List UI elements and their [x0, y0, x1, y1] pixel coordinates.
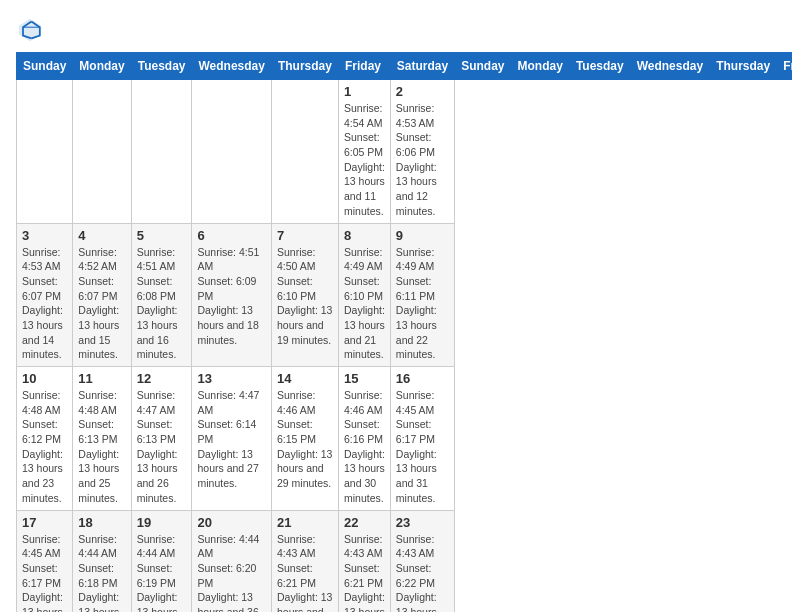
calendar-cell: 15Sunrise: 4:46 AM Sunset: 6:16 PM Dayli… [338, 367, 390, 511]
calendar-cell: 19Sunrise: 4:44 AM Sunset: 6:19 PM Dayli… [131, 510, 192, 612]
header-saturday: Saturday [390, 53, 454, 80]
day-info: Sunrise: 4:44 AM Sunset: 6:19 PM Dayligh… [137, 532, 187, 613]
calendar-cell: 20Sunrise: 4:44 AM Sunset: 6:20 PM Dayli… [192, 510, 271, 612]
calendar-cell: 22Sunrise: 4:43 AM Sunset: 6:21 PM Dayli… [338, 510, 390, 612]
day-info: Sunrise: 4:51 AM Sunset: 6:09 PM Dayligh… [197, 245, 265, 348]
day-info: Sunrise: 4:50 AM Sunset: 6:10 PM Dayligh… [277, 245, 333, 348]
day-number: 13 [197, 371, 265, 386]
week-row-2: 3Sunrise: 4:53 AM Sunset: 6:07 PM Daylig… [17, 223, 793, 367]
day-number: 5 [137, 228, 187, 243]
day-info: Sunrise: 4:47 AM Sunset: 6:14 PM Dayligh… [197, 388, 265, 491]
day-number: 3 [22, 228, 67, 243]
col-header-thursday: Thursday [710, 53, 777, 80]
logo [16, 16, 48, 44]
day-info: Sunrise: 4:51 AM Sunset: 6:08 PM Dayligh… [137, 245, 187, 363]
day-number: 4 [78, 228, 125, 243]
day-info: Sunrise: 4:46 AM Sunset: 6:15 PM Dayligh… [277, 388, 333, 491]
header-monday: Monday [73, 53, 131, 80]
day-info: Sunrise: 4:53 AM Sunset: 6:06 PM Dayligh… [396, 101, 449, 219]
day-info: Sunrise: 4:47 AM Sunset: 6:13 PM Dayligh… [137, 388, 187, 506]
day-info: Sunrise: 4:48 AM Sunset: 6:12 PM Dayligh… [22, 388, 67, 506]
calendar-cell: 5Sunrise: 4:51 AM Sunset: 6:08 PM Daylig… [131, 223, 192, 367]
calendar-cell [131, 80, 192, 224]
calendar-table: SundayMondayTuesdayWednesdayThursdayFrid… [16, 52, 792, 612]
col-header-wednesday: Wednesday [630, 53, 709, 80]
calendar-cell: 3Sunrise: 4:53 AM Sunset: 6:07 PM Daylig… [17, 223, 73, 367]
day-info: Sunrise: 4:43 AM Sunset: 6:21 PM Dayligh… [277, 532, 333, 613]
header [16, 16, 776, 44]
day-number: 14 [277, 371, 333, 386]
calendar-cell: 23Sunrise: 4:43 AM Sunset: 6:22 PM Dayli… [390, 510, 454, 612]
header-sunday: Sunday [17, 53, 73, 80]
calendar-cell: 4Sunrise: 4:52 AM Sunset: 6:07 PM Daylig… [73, 223, 131, 367]
day-number: 11 [78, 371, 125, 386]
calendar-header-row: SundayMondayTuesdayWednesdayThursdayFrid… [17, 53, 793, 80]
calendar-cell: 13Sunrise: 4:47 AM Sunset: 6:14 PM Dayli… [192, 367, 271, 511]
day-number: 23 [396, 515, 449, 530]
day-info: Sunrise: 4:54 AM Sunset: 6:05 PM Dayligh… [344, 101, 385, 219]
day-info: Sunrise: 4:43 AM Sunset: 6:21 PM Dayligh… [344, 532, 385, 613]
calendar-cell: 6Sunrise: 4:51 AM Sunset: 6:09 PM Daylig… [192, 223, 271, 367]
day-number: 22 [344, 515, 385, 530]
day-info: Sunrise: 4:53 AM Sunset: 6:07 PM Dayligh… [22, 245, 67, 363]
calendar-cell: 11Sunrise: 4:48 AM Sunset: 6:13 PM Dayli… [73, 367, 131, 511]
calendar-cell: 14Sunrise: 4:46 AM Sunset: 6:15 PM Dayli… [271, 367, 338, 511]
day-number: 20 [197, 515, 265, 530]
calendar-cell: 8Sunrise: 4:49 AM Sunset: 6:10 PM Daylig… [338, 223, 390, 367]
header-friday: Friday [338, 53, 390, 80]
day-number: 6 [197, 228, 265, 243]
day-number: 1 [344, 84, 385, 99]
day-number: 2 [396, 84, 449, 99]
day-number: 18 [78, 515, 125, 530]
calendar-cell: 21Sunrise: 4:43 AM Sunset: 6:21 PM Dayli… [271, 510, 338, 612]
calendar-cell: 16Sunrise: 4:45 AM Sunset: 6:17 PM Dayli… [390, 367, 454, 511]
day-info: Sunrise: 4:49 AM Sunset: 6:10 PM Dayligh… [344, 245, 385, 363]
week-row-3: 10Sunrise: 4:48 AM Sunset: 6:12 PM Dayli… [17, 367, 793, 511]
day-number: 8 [344, 228, 385, 243]
calendar-cell: 9Sunrise: 4:49 AM Sunset: 6:11 PM Daylig… [390, 223, 454, 367]
day-number: 15 [344, 371, 385, 386]
day-info: Sunrise: 4:43 AM Sunset: 6:22 PM Dayligh… [396, 532, 449, 613]
day-number: 21 [277, 515, 333, 530]
header-thursday: Thursday [271, 53, 338, 80]
day-number: 17 [22, 515, 67, 530]
day-info: Sunrise: 4:45 AM Sunset: 6:17 PM Dayligh… [396, 388, 449, 506]
calendar-cell: 18Sunrise: 4:44 AM Sunset: 6:18 PM Dayli… [73, 510, 131, 612]
calendar-cell [17, 80, 73, 224]
calendar-cell [192, 80, 271, 224]
col-header-friday: Friday [777, 53, 792, 80]
calendar-cell: 1Sunrise: 4:54 AM Sunset: 6:05 PM Daylig… [338, 80, 390, 224]
day-info: Sunrise: 4:44 AM Sunset: 6:18 PM Dayligh… [78, 532, 125, 613]
day-number: 12 [137, 371, 187, 386]
day-info: Sunrise: 4:49 AM Sunset: 6:11 PM Dayligh… [396, 245, 449, 363]
calendar-cell [73, 80, 131, 224]
header-wednesday: Wednesday [192, 53, 271, 80]
day-info: Sunrise: 4:52 AM Sunset: 6:07 PM Dayligh… [78, 245, 125, 363]
calendar-cell: 2Sunrise: 4:53 AM Sunset: 6:06 PM Daylig… [390, 80, 454, 224]
day-number: 19 [137, 515, 187, 530]
day-number: 16 [396, 371, 449, 386]
col-header-sunday: Sunday [455, 53, 511, 80]
week-row-4: 17Sunrise: 4:45 AM Sunset: 6:17 PM Dayli… [17, 510, 793, 612]
day-info: Sunrise: 4:46 AM Sunset: 6:16 PM Dayligh… [344, 388, 385, 506]
logo-icon [16, 16, 44, 44]
calendar-cell: 7Sunrise: 4:50 AM Sunset: 6:10 PM Daylig… [271, 223, 338, 367]
header-tuesday: Tuesday [131, 53, 192, 80]
day-number: 10 [22, 371, 67, 386]
day-number: 7 [277, 228, 333, 243]
col-header-tuesday: Tuesday [569, 53, 630, 80]
day-info: Sunrise: 4:48 AM Sunset: 6:13 PM Dayligh… [78, 388, 125, 506]
calendar-cell [271, 80, 338, 224]
day-number: 9 [396, 228, 449, 243]
calendar-cell: 17Sunrise: 4:45 AM Sunset: 6:17 PM Dayli… [17, 510, 73, 612]
col-header-monday: Monday [511, 53, 569, 80]
week-row-1: 1Sunrise: 4:54 AM Sunset: 6:05 PM Daylig… [17, 80, 793, 224]
day-info: Sunrise: 4:45 AM Sunset: 6:17 PM Dayligh… [22, 532, 67, 613]
calendar-cell: 10Sunrise: 4:48 AM Sunset: 6:12 PM Dayli… [17, 367, 73, 511]
calendar-cell: 12Sunrise: 4:47 AM Sunset: 6:13 PM Dayli… [131, 367, 192, 511]
day-info: Sunrise: 4:44 AM Sunset: 6:20 PM Dayligh… [197, 532, 265, 613]
